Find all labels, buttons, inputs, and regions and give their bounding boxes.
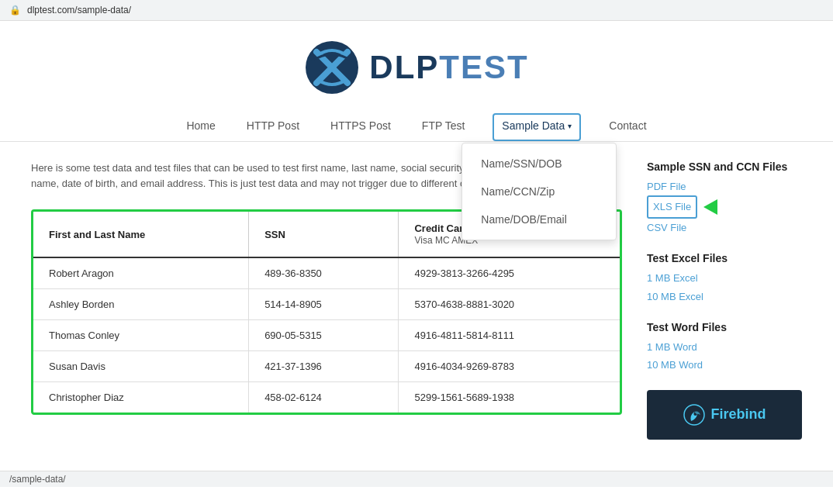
data-table: First and Last Name SSN Credit Card Numb… bbox=[33, 212, 620, 413]
cell-ccn: 4916-4811-5814-8111 bbox=[399, 320, 620, 351]
nav-home[interactable]: Home bbox=[183, 113, 218, 141]
cell-ssn: 489-36-8350 bbox=[249, 257, 399, 289]
nav: Home HTTP Post HTTPS Post FTP Test Sampl… bbox=[0, 107, 833, 142]
firebind-logo-icon bbox=[683, 404, 705, 426]
xls-file-row: XLS File bbox=[647, 195, 802, 218]
browser-bar: 🔒 dlptest.com/sample-data/ bbox=[0, 0, 833, 21]
dropdown-name-ccn-zip[interactable]: Name/CCN/Zip bbox=[462, 178, 616, 205]
excel-title: Test Excel Files bbox=[647, 252, 802, 264]
pdf-file-link[interactable]: PDF File bbox=[647, 178, 802, 195]
1mb-excel-link[interactable]: 1 MB Excel bbox=[647, 269, 802, 287]
firebind-banner: Firebind bbox=[647, 390, 802, 440]
10mb-word-link[interactable]: 10 MB Word bbox=[647, 356, 802, 374]
cell-name: Thomas Conley bbox=[33, 320, 249, 351]
header: DLPTEST bbox=[0, 21, 833, 107]
page: DLPTEST Home HTTP Post HTTPS Post FTP Te… bbox=[0, 21, 833, 440]
logo-dlp: DLP bbox=[369, 49, 439, 85]
dropdown-menu: Name/SSN/DOB Name/CCN/Zip Name/DOB/Email bbox=[461, 143, 617, 240]
logo-container: DLPTEST bbox=[304, 40, 528, 95]
word-section: Test Word Files 1 MB Word 10 MB Word bbox=[647, 321, 802, 375]
table-row: Ashley Borden 514-14-8905 5370-4638-8881… bbox=[33, 289, 620, 320]
firebind-text: Firebind bbox=[711, 406, 766, 423]
table-row: Thomas Conley 690-05-5315 4916-4811-5814… bbox=[33, 320, 620, 351]
cell-ssn: 458-02-6124 bbox=[249, 382, 399, 413]
col-header-ssn: SSN bbox=[249, 212, 399, 257]
cell-name: Ashley Borden bbox=[33, 289, 249, 320]
table-row: Robert Aragon 489-36-8350 4929-3813-3266… bbox=[33, 257, 620, 289]
col-header-name: First and Last Name bbox=[33, 212, 249, 257]
nav-https-post[interactable]: HTTPS Post bbox=[327, 113, 394, 141]
status-bar: /sample-data/ bbox=[0, 471, 833, 487]
cell-ssn: 690-05-5315 bbox=[249, 320, 399, 351]
cell-ssn: 421-37-1396 bbox=[249, 351, 399, 382]
ssn-ccn-section: Sample SSN and CCN Files PDF File XLS Fi… bbox=[647, 161, 802, 236]
cell-ssn: 514-14-8905 bbox=[249, 289, 399, 320]
main-content: Here is some test data and test files th… bbox=[0, 142, 833, 440]
nav-ftp-test[interactable]: FTP Test bbox=[419, 113, 468, 141]
lock-icon: 🔒 bbox=[9, 5, 21, 16]
cell-ccn: 4916-4034-9269-8783 bbox=[399, 351, 620, 382]
ssn-ccn-title: Sample SSN and CCN Files bbox=[647, 161, 802, 173]
csv-file-link[interactable]: CSV File bbox=[647, 219, 802, 236]
dropdown-name-dob-email[interactable]: Name/DOB/Email bbox=[462, 205, 616, 233]
cell-name: Susan Davis bbox=[33, 351, 249, 382]
sidebar: Sample SSN and CCN Files PDF File XLS Fi… bbox=[647, 161, 802, 440]
word-title: Test Word Files bbox=[647, 321, 802, 333]
nav-contact[interactable]: Contact bbox=[606, 113, 649, 141]
sample-data-dropdown-wrapper: Sample Data ▾ Name/SSN/DOB Name/CCN/Zip … bbox=[493, 113, 581, 141]
nav-sample-data[interactable]: Sample Data ▾ bbox=[493, 113, 581, 141]
xls-file-link[interactable]: XLS File bbox=[647, 195, 697, 218]
nav-http-post[interactable]: HTTP Post bbox=[244, 113, 302, 141]
dropdown-name-ssn-dob[interactable]: Name/SSN/DOB bbox=[462, 150, 616, 178]
arrow-right-icon bbox=[703, 199, 717, 215]
logo-text: DLPTEST bbox=[369, 49, 528, 86]
cell-ccn: 5299-1561-5689-1938 bbox=[399, 382, 620, 413]
svg-point-3 bbox=[684, 405, 704, 425]
cell-ccn: 4929-3813-3266-4295 bbox=[399, 257, 620, 289]
browser-url: dlptest.com/sample-data/ bbox=[27, 5, 131, 16]
10mb-excel-link[interactable]: 10 MB Excel bbox=[647, 288, 802, 306]
table-row: Christopher Diaz 458-02-6124 5299-1561-5… bbox=[33, 382, 620, 413]
cell-name: Robert Aragon bbox=[33, 257, 249, 289]
cell-ccn: 5370-4638-8881-3020 bbox=[399, 289, 620, 320]
chevron-down-icon: ▾ bbox=[568, 122, 572, 130]
status-url: /sample-data/ bbox=[9, 474, 66, 485]
cell-name: Christopher Diaz bbox=[33, 382, 249, 413]
excel-section: Test Excel Files 1 MB Excel 10 MB Excel bbox=[647, 252, 802, 306]
1mb-word-link[interactable]: 1 MB Word bbox=[647, 338, 802, 356]
logo-test: TEST bbox=[439, 49, 528, 85]
table-row: Susan Davis 421-37-1396 4916-4034-9269-8… bbox=[33, 351, 620, 382]
logo-icon bbox=[304, 40, 360, 95]
